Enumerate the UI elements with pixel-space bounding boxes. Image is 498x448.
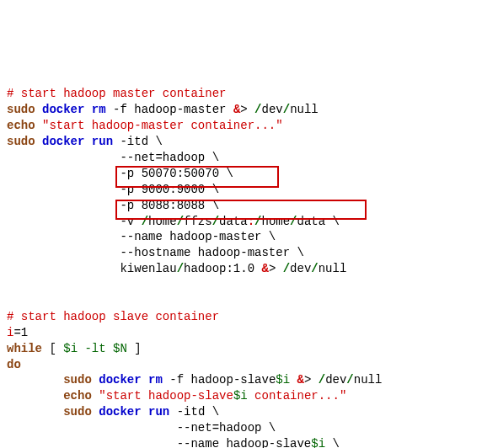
var-i: $i	[63, 342, 78, 355]
kw-docker: docker	[99, 405, 141, 419]
lbracket: [	[49, 342, 63, 355]
kw-run: run	[148, 405, 169, 419]
slash: /	[283, 262, 290, 275]
comment-master: # start hadoop master container	[7, 87, 226, 100]
slash: /	[346, 373, 353, 387]
gt: >	[240, 103, 247, 116]
opt-p1: -p 50070:50070 \	[120, 167, 233, 180]
code-block: # start hadoop master container sudo doc…	[7, 71, 491, 448]
rbracket: ]	[127, 342, 142, 355]
null: null	[319, 262, 347, 275]
img: hadoop:1.0	[184, 262, 261, 275]
i-assign: =1	[13, 326, 28, 339]
kw-while: while	[7, 342, 42, 355]
slash: /	[319, 373, 325, 387]
opt-p3: -p 8088:8088 \	[120, 199, 219, 212]
opt-net: --net=hadoop \	[120, 151, 219, 164]
path: home	[148, 215, 177, 228]
kw-docker: docker	[42, 103, 84, 116]
slash: /	[254, 103, 261, 116]
dev: dev	[262, 103, 283, 116]
bs: \	[325, 215, 340, 228]
gt: >	[269, 262, 276, 275]
slash: /	[212, 215, 219, 228]
op-lt: -lt	[78, 342, 113, 355]
slash: /	[283, 103, 290, 116]
var-i: $i	[276, 373, 290, 387]
var-i: $i	[233, 389, 248, 403]
kw-rm: rm	[92, 103, 106, 116]
str-slave-b: container..."	[248, 389, 347, 403]
path: data	[297, 215, 326, 228]
opt-host: --hostname hadoop-master \	[120, 246, 303, 259]
kw-sudo: sudo	[7, 103, 35, 116]
path: data	[219, 215, 248, 228]
kw-docker: docker	[99, 373, 141, 387]
bs: \	[325, 437, 340, 448]
null: null	[290, 103, 319, 116]
comment-slave: # start hadoop slave container	[7, 310, 219, 323]
kw-echo: echo	[7, 119, 35, 132]
slash: /	[177, 215, 184, 228]
path: home	[262, 215, 291, 228]
dev: dev	[325, 373, 346, 387]
slash: /	[177, 262, 184, 275]
opt-net2: --net=hadoop \	[177, 421, 276, 435]
null: null	[354, 373, 383, 387]
rm-slave: -f hadoop-slave	[163, 373, 276, 387]
var-i: $i	[311, 437, 325, 448]
slash: /	[254, 215, 261, 228]
kw-rm: rm	[148, 373, 163, 387]
path: ffzs	[184, 215, 212, 228]
opt-p2: -p 9000:9000 \	[120, 183, 219, 196]
opt-name-slave: --name hadoop-slave	[177, 437, 312, 448]
kw-echo: echo	[63, 389, 92, 403]
amp: &	[297, 373, 304, 387]
kw-sudo: sudo	[63, 373, 92, 387]
amp: &	[261, 262, 268, 275]
opt-v: -v	[120, 215, 141, 228]
kw-sudo: sudo	[63, 405, 92, 419]
str-slave-a: "start hadoop-slave	[99, 389, 233, 403]
opt-itd: -itd \	[169, 405, 219, 419]
slash: /	[290, 215, 297, 228]
colon: :	[248, 215, 254, 228]
rm-args: -f hadoop-master	[106, 103, 233, 116]
slash: /	[311, 262, 318, 275]
opt-name: --name hadoop-master \	[120, 230, 276, 243]
kw-docker: docker	[42, 135, 84, 148]
kw-sudo: sudo	[7, 135, 35, 148]
slash: /	[142, 215, 148, 228]
kw-run: run	[92, 135, 113, 148]
opt-itd: -itd \	[113, 135, 163, 148]
str-master: "start hadoop-master container..."	[42, 119, 283, 132]
kw-do: do	[7, 358, 21, 371]
gt: >	[304, 373, 311, 387]
img: kiwenlau	[120, 262, 176, 275]
var-n: $N	[113, 342, 127, 355]
dev: dev	[290, 262, 311, 275]
